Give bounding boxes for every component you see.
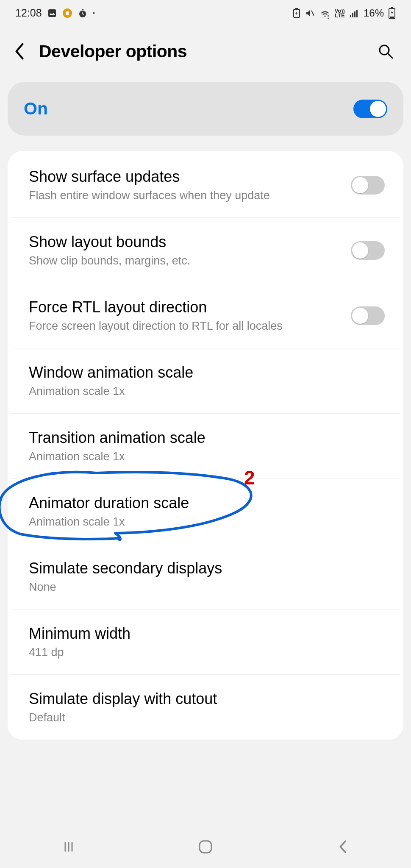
- svg-rect-6: [295, 8, 298, 9]
- home-button[interactable]: [192, 833, 219, 860]
- settings-list: Show surface updates Flash entire window…: [8, 151, 403, 740]
- page-title: Developer options: [39, 42, 364, 61]
- setting-simulate-secondary-displays[interactable]: Simulate secondary displays None: [11, 544, 400, 609]
- setting-minimum-width[interactable]: Minimum width 411 dp: [11, 609, 400, 675]
- status-right: Vo))LTE 16%: [292, 7, 396, 19]
- status-time: 12:08: [15, 7, 42, 19]
- setting-simulate-display-cutout[interactable]: Simulate display with cutout Default: [11, 675, 400, 740]
- svg-rect-2: [66, 11, 69, 15]
- svg-point-15: [380, 45, 389, 55]
- setting-show-layout-bounds[interactable]: Show layout bounds Show clip bounds, mar…: [11, 218, 400, 283]
- setting-subtitle: Default: [29, 711, 385, 724]
- back-nav-button[interactable]: [329, 833, 356, 860]
- setting-window-animation-scale[interactable]: Window animation scale Animation scale 1…: [11, 348, 400, 414]
- image-icon: [47, 8, 57, 18]
- toggle-switch[interactable]: [351, 306, 385, 325]
- back-button[interactable]: [12, 44, 27, 59]
- master-toggle-row[interactable]: On: [8, 82, 403, 136]
- svg-rect-9: [352, 13, 353, 17]
- battery-percent: 16%: [364, 7, 384, 19]
- setting-subtitle: Animation scale 1x: [29, 515, 385, 529]
- svg-line-16: [388, 54, 392, 58]
- recents-button[interactable]: [55, 833, 82, 860]
- setting-title: Force RTL layout direction: [29, 298, 341, 316]
- status-bar: 12:08 • Vo))LTE 16%: [0, 0, 411, 24]
- header: Developer options: [0, 24, 411, 78]
- setting-subtitle: Animation scale 1x: [29, 385, 385, 398]
- setting-title: Window animation scale: [29, 364, 385, 381]
- svg-line-7: [311, 11, 314, 16]
- master-toggle-label: On: [24, 99, 48, 119]
- setting-transition-animation-scale[interactable]: Transition animation scale Animation sca…: [11, 414, 400, 479]
- svg-rect-11: [356, 10, 358, 17]
- setting-subtitle: Show clip bounds, margins, etc.: [29, 254, 341, 267]
- svg-rect-4: [82, 9, 83, 10]
- setting-title: Simulate secondary displays: [29, 559, 385, 577]
- setting-title: Show layout bounds: [29, 233, 341, 251]
- setting-title: Animator duration scale: [29, 494, 385, 512]
- battery-saver-icon: [292, 8, 301, 18]
- setting-show-surface-updates[interactable]: Show surface updates Flash entire window…: [11, 151, 400, 218]
- battery-icon: [388, 7, 396, 19]
- setting-subtitle: None: [29, 581, 385, 594]
- setting-animator-duration-scale[interactable]: Animator duration scale Animation scale …: [11, 479, 400, 544]
- svg-rect-13: [391, 7, 393, 8]
- setting-subtitle: Force screen layout direction to RTL for…: [29, 320, 341, 333]
- more-notif-icon: •: [93, 9, 95, 17]
- setting-force-rtl[interactable]: Force RTL layout direction Force screen …: [11, 283, 400, 348]
- setting-subtitle: 411 dp: [29, 646, 385, 659]
- toggle-switch[interactable]: [351, 176, 385, 195]
- setting-subtitle: Animation scale 1x: [29, 450, 385, 463]
- toggle-switch[interactable]: [351, 241, 385, 260]
- volte-icon: Vo))LTE: [335, 8, 345, 18]
- navigation-bar: [0, 826, 411, 868]
- stopwatch-icon: [78, 8, 88, 18]
- setting-title: Minimum width: [29, 625, 385, 643]
- mute-icon: [305, 8, 315, 18]
- svg-rect-14: [390, 17, 394, 18]
- setting-subtitle: Flash entire window surfaces when they u…: [29, 189, 341, 202]
- setting-title: Show surface updates: [29, 168, 341, 186]
- setting-title: Transition animation scale: [29, 429, 385, 447]
- svg-rect-8: [350, 15, 351, 17]
- search-button[interactable]: [375, 41, 396, 61]
- svg-rect-0: [48, 9, 56, 17]
- svg-rect-10: [354, 11, 355, 17]
- status-left: 12:08 •: [15, 7, 95, 19]
- app-notif-icon: [62, 8, 72, 18]
- wifi-icon: [319, 8, 330, 19]
- master-toggle-switch[interactable]: [353, 100, 387, 118]
- svg-rect-20: [200, 841, 211, 853]
- signal-icon: [349, 8, 359, 18]
- setting-title: Simulate display with cutout: [29, 690, 385, 708]
